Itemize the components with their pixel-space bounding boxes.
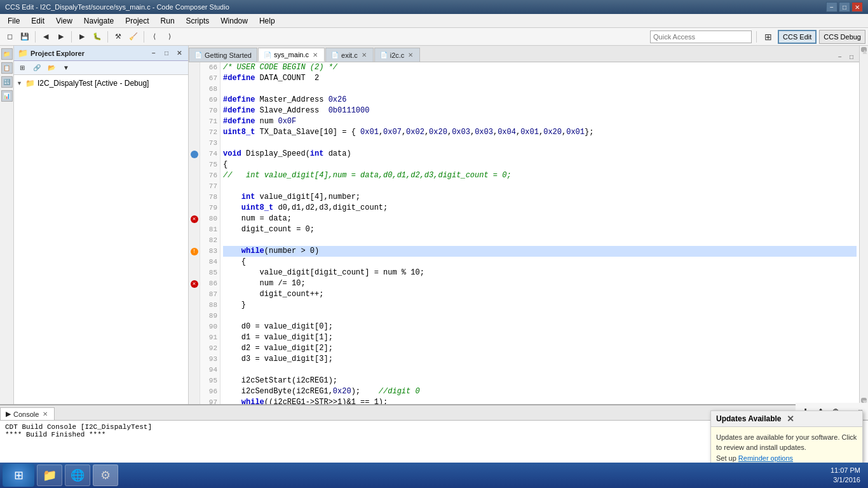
sidebar-icon-3[interactable]: 🔣 <box>1 76 13 88</box>
project-menu-btn[interactable]: ▼ <box>59 61 73 75</box>
toolbar-clean[interactable]: 🧹 <box>126 30 140 44</box>
taskbar-ccs[interactable]: ⚙ <box>93 464 118 486</box>
code-line: i2cSetStart(i2cREG1); <box>223 376 857 386</box>
project-minimize-btn[interactable]: − <box>149 48 159 58</box>
line-number: 77 <box>203 181 217 192</box>
editor-min-btn[interactable]: − <box>835 51 845 62</box>
scroll-track[interactable] <box>860 53 868 396</box>
scroll-up-btn[interactable]: ▲ <box>861 47 867 52</box>
line-number: 71 <box>203 116 217 127</box>
minimize-button[interactable]: − <box>826 2 837 12</box>
gutter-row <box>189 376 200 386</box>
toolbar-new[interactable]: ◻ <box>3 30 17 44</box>
code-line: #define DATA_COUNT 2 <box>223 73 857 84</box>
new-folder-btn[interactable]: 📂 <box>44 61 58 75</box>
notification-close-btn[interactable]: ✕ <box>784 414 857 424</box>
code-line: { <box>223 159 857 170</box>
menu-view[interactable]: View <box>51 14 78 27</box>
notification-link[interactable]: Reminder options <box>738 454 793 462</box>
line-number: 93 <box>203 354 217 365</box>
line-number: 97 <box>203 397 217 404</box>
close-button[interactable]: ✕ <box>851 2 863 12</box>
sidebar-icon-1[interactable]: 📁 <box>1 48 13 60</box>
tab-sm-close[interactable]: ✕ <box>311 51 319 58</box>
console-tab[interactable]: ▶ Console ✕ <box>0 407 55 420</box>
code-line: while(number > 0) <box>223 246 857 257</box>
project-close-btn[interactable]: ✕ <box>174 48 184 58</box>
taskbar-chrome[interactable]: 🌐 <box>65 464 90 486</box>
line-number: 78 <box>203 192 217 203</box>
tab-ex-close[interactable]: ✕ <box>360 51 368 58</box>
toolbar-sep2 <box>71 31 72 43</box>
gutter-row <box>189 84 200 95</box>
gutter-row <box>189 138 200 149</box>
tab-sm-icon: 📄 <box>264 51 271 58</box>
code-line: int value_digit[4],number; <box>223 192 857 203</box>
link-editor-btn[interactable]: 🔗 <box>30 61 44 75</box>
toolbar-run[interactable]: ▶ <box>75 30 89 44</box>
tab-exit[interactable]: 📄 exit.c ✕ <box>325 48 374 62</box>
line-number: 91 <box>203 332 217 343</box>
menu-edit[interactable]: Edit <box>26 14 50 27</box>
project-root-item[interactable]: ▼ 📁 I2C_DispalyTest [Active - Debug] <box>14 78 188 89</box>
toolbar-debug[interactable]: 🐛 <box>90 30 104 44</box>
gutter-row <box>189 268 200 278</box>
menu-file[interactable]: File <box>3 14 25 27</box>
notification-text: Updates are available for your software.… <box>716 433 857 452</box>
gutter-row <box>189 149 200 159</box>
quick-access-input[interactable] <box>650 30 752 43</box>
sidebar-icon-2[interactable]: 📋 <box>1 62 13 74</box>
ccs-debug-button[interactable]: CCS Debug <box>819 30 865 44</box>
tab-sys-main[interactable]: 📄 sys_main.c ✕ <box>258 48 325 62</box>
gutter-row <box>189 105 200 116</box>
taskbar-explorer[interactable]: 📁 <box>37 464 62 486</box>
gutter-row <box>189 116 200 127</box>
maximize-button[interactable]: □ <box>839 2 850 12</box>
toolbar-save[interactable]: 💾 <box>18 30 32 44</box>
gutter-row: ✕ <box>189 278 200 289</box>
toolbar-build[interactable]: ⚒ <box>111 30 125 44</box>
tabs-bar: 📄 Getting Started 📄 sys_main.c ✕ 📄 exit.… <box>189 46 859 62</box>
menu-window[interactable]: Window <box>215 14 253 27</box>
menu-navigate[interactable]: Navigate <box>79 14 119 27</box>
code-line <box>223 311 857 322</box>
menu-project[interactable]: Project <box>120 14 154 27</box>
open-perspective-icon[interactable]: ⊞ <box>761 30 775 44</box>
toolbar-fwd[interactable]: ▶ <box>54 30 68 44</box>
code-line: num /= 10; <box>223 278 857 289</box>
toolbar-back[interactable]: ◀ <box>39 30 53 44</box>
code-lines[interactable]: /* USER CODE BEGIN (2) */#define DATA_CO… <box>220 62 859 404</box>
project-panel: 📁 Project Explorer − □ ✕ ⊞ 🔗 📂 ▼ ▼ 📁 I2C… <box>14 46 189 404</box>
collapse-all-btn[interactable]: ⊞ <box>15 61 29 75</box>
code-content[interactable]: ✕!✕ 666768697071727374757677787980818283… <box>189 62 859 404</box>
title-controls: − □ ✕ <box>826 2 863 12</box>
scroll-down-btn[interactable]: ▼ <box>861 398 867 403</box>
tab-getting-started[interactable]: 📄 Getting Started <box>189 48 257 62</box>
toolbar-sep3 <box>107 31 108 43</box>
sidebar-icon-4[interactable]: 📊 <box>1 90 13 102</box>
project-tree: ▼ 📁 I2C_DispalyTest [Active - Debug] <box>14 75 188 404</box>
tab-i2c-close[interactable]: ✕ <box>407 51 414 58</box>
gutter-row <box>189 170 200 181</box>
error-marker: ✕ <box>191 280 198 288</box>
line-number: 82 <box>203 235 217 246</box>
code-line: void Display_Speed(int data) <box>223 149 857 159</box>
toolbar-prev[interactable]: ⟨ <box>147 30 161 44</box>
gutter: ✕!✕ <box>189 62 200 404</box>
tab-i2c[interactable]: 📄 i2c.c ✕ <box>374 48 421 62</box>
code-line: // int value_digit[4],num = data,d0,d1,d… <box>223 170 857 181</box>
start-button[interactable]: ⊞ <box>3 464 34 487</box>
menu-help[interactable]: Help <box>254 14 280 27</box>
ccs-edit-button[interactable]: CCS Edit <box>778 30 817 44</box>
project-maximize-btn[interactable]: □ <box>161 48 172 58</box>
menu-scripts[interactable]: Scripts <box>181 14 215 27</box>
qa-sep <box>756 31 757 43</box>
taskbar-clock: 11:07 PM 3/1/2016 <box>831 466 860 485</box>
console-close[interactable]: ✕ <box>41 410 49 417</box>
editor-scrollbar[interactable]: ▲ ▼ <box>859 46 868 404</box>
menu-run[interactable]: Run <box>156 14 180 27</box>
tab-controls: − □ <box>832 51 859 62</box>
editor-max-btn[interactable]: □ <box>846 51 857 62</box>
gutter-row <box>189 332 200 343</box>
toolbar-next[interactable]: ⟩ <box>163 30 177 44</box>
